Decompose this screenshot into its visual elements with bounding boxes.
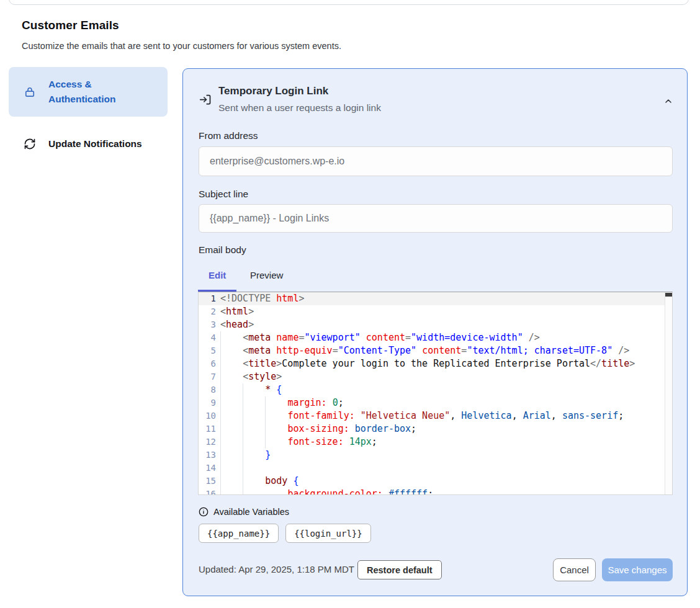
code-line-text: <meta name="viewport" content="width=dev… — [216, 331, 540, 344]
line-number: 9 — [199, 396, 216, 409]
variable-chips: {{app_name}} {{login_url}} — [199, 524, 371, 543]
line-number: 6 — [199, 357, 216, 370]
line-number: 16 — [199, 488, 216, 495]
code-line-text: background-color: #ffffff; — [216, 488, 433, 495]
code-line: 13 } — [199, 449, 672, 462]
save-changes-button[interactable]: Save changes — [602, 558, 673, 581]
from-address-input[interactable] — [199, 146, 673, 176]
subject-line-input[interactable] — [199, 204, 673, 233]
code-line-text: } — [216, 449, 271, 462]
code-line-text: * { — [216, 383, 282, 396]
log-in-icon — [199, 93, 212, 106]
line-number: 5 — [199, 344, 216, 357]
line-number: 3 — [199, 318, 216, 331]
code-line: 4 <meta name="viewport" content="width=d… — [199, 331, 672, 344]
restore-default-button[interactable]: Restore default — [357, 560, 442, 579]
code-line: 3<head> — [199, 318, 672, 331]
subject-line-label: Subject line — [199, 189, 248, 200]
code-line-text: <html> — [216, 305, 254, 318]
sidebar-item-label: Update Notifications — [48, 136, 142, 151]
page-title: Customer Emails — [22, 19, 119, 32]
code-line: 8 * { — [199, 383, 672, 396]
editor-scrollbar-thumb[interactable] — [665, 293, 673, 297]
sidebar-item-label: Access & Authentication — [48, 77, 141, 107]
line-number: 2 — [199, 305, 216, 318]
collapse-panel-button[interactable] — [660, 92, 677, 110]
temporary-login-link-panel: Temporary Login Link Sent when a user re… — [182, 68, 688, 596]
code-line: 5 <meta http-equiv="Content-Type" conten… — [199, 344, 672, 357]
line-number: 15 — [199, 475, 216, 488]
page-subtitle: Customize the emails that are sent to yo… — [22, 41, 341, 51]
code-line-text — [216, 462, 220, 475]
code-line: 1<!DOCTYPE html> — [199, 292, 672, 305]
cancel-button[interactable]: Cancel — [553, 558, 596, 581]
code-line: 7 <style> — [199, 370, 672, 383]
info-icon — [199, 507, 209, 517]
code-line-text: <head> — [216, 318, 254, 331]
code-line-text: font-size: 14px; — [216, 436, 377, 449]
code-line: 6 <title>Complete your login to the Repl… — [199, 357, 672, 370]
updated-timestamp: Updated: Apr 29, 2025, 1:18 PM MDT — [199, 564, 354, 574]
code-line-text: <title>Complete your login to the Replic… — [216, 357, 635, 370]
email-body-label: Email body — [199, 244, 246, 256]
code-line: 11 box-sizing: border-box; — [199, 422, 672, 436]
code-line: 9 margin: 0; — [199, 396, 672, 409]
sidebar-item-update-notifications[interactable]: Update Notifications — [9, 127, 168, 161]
code-line-text: <!DOCTYPE html> — [216, 292, 304, 305]
available-variables-label: Available Variables — [213, 507, 289, 517]
code-line: 16 background-color: #ffffff; — [199, 488, 672, 495]
from-address-label: From address — [199, 130, 258, 141]
code-line: 14 — [199, 462, 672, 475]
line-number: 10 — [199, 409, 216, 422]
code-editor[interactable]: 1<!DOCTYPE html>2<html>3<head>4 <meta na… — [198, 292, 673, 495]
code-line-text: body { — [216, 475, 298, 488]
line-number: 13 — [199, 449, 216, 462]
code-line: 15 body { — [199, 475, 672, 488]
editor-scrollbar — [665, 292, 672, 494]
code-line: 2<html> — [199, 305, 672, 318]
panel-title: Temporary Login Link — [218, 85, 328, 97]
available-variables-row: Available Variables — [199, 507, 289, 517]
code-line-text: <meta http-equiv="Content-Type" content=… — [216, 344, 629, 357]
sidebar-item-access-authentication[interactable]: Access & Authentication — [9, 67, 168, 117]
variable-chip-app-name[interactable]: {{app_name}} — [199, 524, 279, 543]
tab-edit[interactable]: Edit — [209, 270, 226, 280]
code-line-text: <style> — [216, 370, 282, 383]
tab-preview[interactable]: Preview — [250, 270, 283, 280]
code-line: 12 font-size: 14px; — [199, 436, 672, 449]
panel-subtitle: Sent when a user requests a login link — [218, 102, 381, 114]
line-number: 8 — [199, 383, 216, 396]
line-number: 4 — [199, 331, 216, 344]
chevron-up-icon — [663, 96, 673, 106]
line-number: 11 — [199, 422, 216, 436]
sidebar: Access & Authentication Update Notificat… — [9, 67, 168, 161]
line-number: 1 — [199, 292, 216, 305]
code-line-text: margin: 0; — [216, 396, 344, 409]
code-line-text: font-family: "Helvetica Neue", Helvetica… — [216, 409, 624, 422]
code-line: 10 font-family: "Helvetica Neue", Helvet… — [199, 409, 672, 422]
line-number: 12 — [199, 436, 216, 449]
code-line-text: box-sizing: border-box; — [216, 422, 416, 436]
line-number: 7 — [199, 370, 216, 383]
refresh-icon — [24, 138, 36, 150]
previous-card-edge — [9, 0, 689, 5]
lock-icon — [24, 86, 36, 98]
variable-chip-login-url[interactable]: {{login_url}} — [285, 524, 371, 543]
line-number: 14 — [199, 462, 216, 475]
